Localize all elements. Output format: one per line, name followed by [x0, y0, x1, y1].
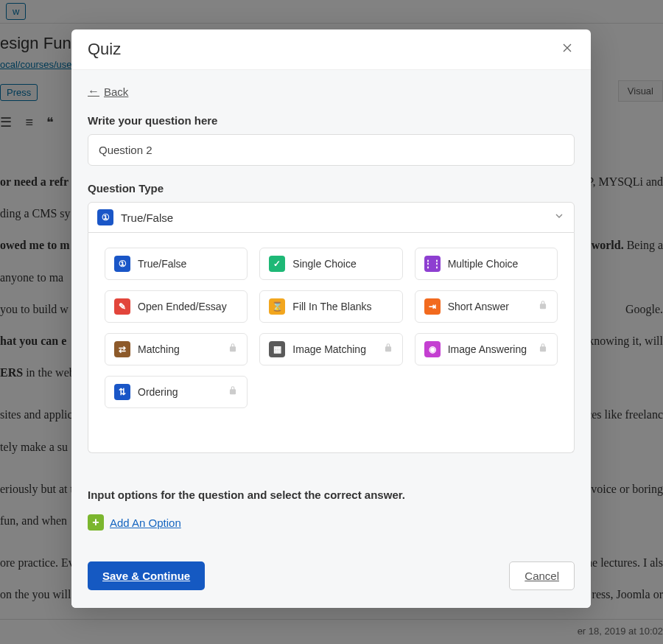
short-answer-icon: ⇥	[424, 298, 441, 315]
add-option-label: Add An Option	[110, 517, 181, 529]
quiz-modal: Quiz ← Back Write your question here Que…	[71, 29, 591, 608]
type-card-multiple-choice[interactable]: ⋮⋮Multiple Choice	[415, 248, 558, 280]
type-card-single-choice[interactable]: ✓Single Choice	[259, 248, 402, 280]
save-continue-button[interactable]: Save & Continue	[88, 561, 205, 590]
question-type-dropdown: ①True/False✓Single Choice⋮⋮Multiple Choi…	[88, 233, 575, 453]
modal-header: Quiz	[71, 29, 591, 70]
lock-icon	[538, 343, 548, 356]
cancel-button[interactable]: Cancel	[509, 561, 575, 590]
plus-icon: +	[88, 514, 104, 531]
back-link[interactable]: ← Back	[88, 85, 128, 98]
truefalse-icon: ①	[97, 209, 113, 225]
type-card-label: Open Ended/Essay	[138, 301, 238, 312]
type-card-label: Image Matching	[292, 343, 375, 355]
lock-icon	[538, 300, 548, 313]
modal-body: ← Back Write your question here Question…	[71, 70, 591, 468]
lock-icon	[383, 343, 393, 356]
lock-icon	[228, 385, 238, 399]
chevron-down-icon	[553, 210, 565, 225]
type-card-true-false[interactable]: ①True/False	[105, 248, 248, 280]
back-label: Back	[104, 85, 128, 98]
single-choice-icon: ✓	[269, 256, 285, 272]
type-card-fill-in-the-blanks[interactable]: ⌛Fill In The Blanks	[259, 290, 402, 323]
fill-in-the-blanks-icon: ⌛	[269, 298, 285, 315]
type-card-ordering[interactable]: ⇅Ordering	[105, 376, 248, 408]
close-icon[interactable]	[560, 41, 575, 58]
type-card-label: Multiple Choice	[448, 258, 548, 270]
options-instructions: Input options for the question and selec…	[88, 468, 575, 501]
modal-title: Quiz	[88, 40, 121, 59]
modal-footer: Save & Continue Cancel	[71, 547, 591, 608]
type-card-label: Matching	[138, 343, 220, 355]
add-option-button[interactable]: + Add An Option	[88, 514, 181, 531]
lock-icon	[228, 343, 238, 356]
type-card-label: Image Answering	[448, 343, 530, 355]
matching-icon: ⇄	[114, 341, 130, 357]
type-card-image-answering[interactable]: ◉Image Answering	[415, 333, 558, 365]
selected-type-label: True/False	[121, 211, 173, 224]
open-ended-essay-icon: ✎	[114, 298, 130, 315]
type-card-image-matching[interactable]: ▦Image Matching	[259, 333, 402, 365]
question-label: Write your question here	[88, 114, 575, 127]
image-answering-icon: ◉	[424, 341, 441, 357]
type-card-label: True/False	[138, 258, 238, 270]
question-type-select[interactable]: ① True/False	[88, 202, 575, 233]
ordering-icon: ⇅	[114, 384, 130, 400]
true-false-icon: ①	[114, 256, 130, 272]
options-section: Input options for the question and selec…	[71, 468, 591, 547]
type-card-label: Ordering	[138, 386, 220, 398]
question-input[interactable]	[88, 134, 575, 166]
type-card-short-answer[interactable]: ⇥Short Answer	[415, 290, 558, 323]
type-card-label: Short Answer	[448, 301, 530, 312]
image-matching-icon: ▦	[269, 341, 285, 357]
back-arrow-icon: ←	[88, 85, 99, 98]
question-type-label: Question Type	[88, 182, 575, 195]
type-card-open-ended-essay[interactable]: ✎Open Ended/Essay	[105, 290, 248, 323]
type-card-label: Single Choice	[292, 258, 393, 270]
type-card-matching[interactable]: ⇄Matching	[105, 333, 248, 365]
type-card-label: Fill In The Blanks	[292, 301, 393, 312]
multiple-choice-icon: ⋮⋮	[424, 256, 441, 272]
